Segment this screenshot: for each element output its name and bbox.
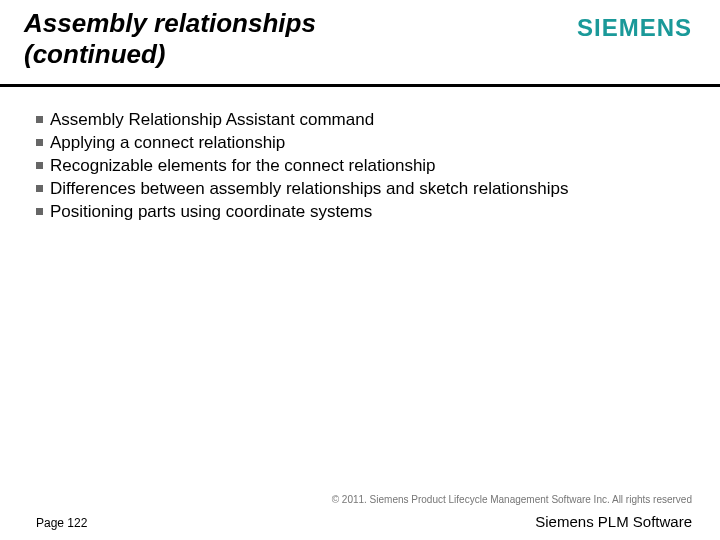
copyright-text: © 2011. Siemens Product Lifecycle Manage… (36, 494, 692, 505)
list-item: Positioning parts using coordinate syste… (36, 201, 690, 224)
slide: Assembly relationships (continued) SIEME… (0, 0, 720, 540)
footer-row: Page 122 Siemens PLM Software (36, 513, 692, 530)
bullet-list: Assembly Relationship Assistant command … (36, 109, 690, 224)
list-item: Assembly Relationship Assistant command (36, 109, 690, 132)
siemens-logo: SIEMENS (577, 14, 692, 42)
list-item: Recognizable elements for the connect re… (36, 155, 690, 178)
page-number: Page 122 (36, 516, 87, 530)
slide-body: Assembly Relationship Assistant command … (0, 87, 720, 224)
slide-footer: © 2011. Siemens Product Lifecycle Manage… (0, 494, 720, 530)
slide-title: Assembly relationships (continued) (24, 8, 464, 70)
slide-header: Assembly relationships (continued) SIEME… (0, 0, 720, 87)
list-item: Applying a connect relationship (36, 132, 690, 155)
plm-software-text: Siemens PLM Software (535, 513, 692, 530)
list-item: Differences between assembly relationshi… (36, 178, 690, 201)
